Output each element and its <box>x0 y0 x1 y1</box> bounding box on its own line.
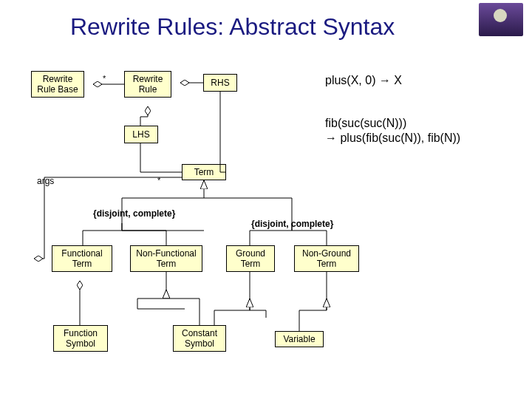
example-2a: fib(suc(suc(N))) <box>325 117 406 130</box>
box-lhs: LHS <box>124 126 158 143</box>
box-rewrite-rule-base: Rewrite Rule Base <box>31 71 84 98</box>
box-rewrite-rule: Rewrite Rule <box>124 71 171 98</box>
logo-image <box>479 3 523 36</box>
constraint-right: {disjoint, complete} <box>251 219 333 229</box>
label-args: args <box>37 176 54 186</box>
box-non-functional-term: Non-Functional Term <box>130 245 202 272</box>
example-1: plus(X, 0) → X <box>325 74 402 87</box>
box-non-ground-term: Non-Ground Term <box>294 245 359 272</box>
box-function-symbol: Function Symbol <box>53 325 108 352</box>
box-ground-term: Ground Term <box>226 245 275 272</box>
box-term: Term <box>182 164 226 180</box>
constraint-left: {disjoint, complete} <box>93 208 175 219</box>
box-rhs: RHS <box>203 74 237 92</box>
multiplicity-star-1: * <box>103 74 106 83</box>
multiplicity-star-2: * <box>157 176 160 185</box>
example-2b: → plus(fib(suc(N)), fib(N)) <box>325 132 460 145</box>
box-variable: Variable <box>275 331 324 347</box>
box-functional-term: Functional Term <box>52 245 112 272</box>
page-title: Rewrite Rules: Abstract Syntax <box>70 13 395 41</box>
box-constant-symbol: Constant Symbol <box>173 325 226 352</box>
